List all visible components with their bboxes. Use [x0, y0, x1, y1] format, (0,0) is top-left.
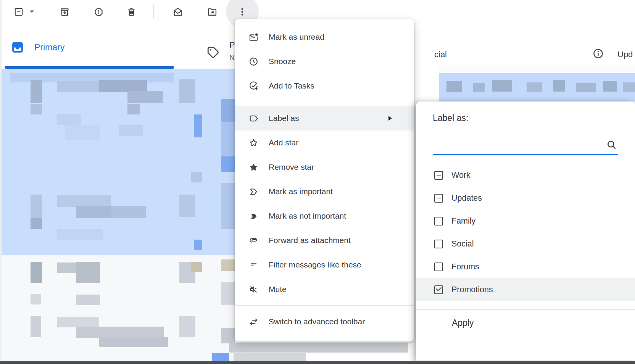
top-right-partial-text: Upd [617, 50, 633, 60]
checkbox-social[interactable] [434, 240, 443, 248]
attachment-icon [248, 235, 259, 246]
checkbox-forums[interactable] [434, 263, 443, 271]
tab-promotions-partial-subtext: N [229, 53, 234, 62]
blurred-footer-region [212, 341, 418, 362]
window-bottom-edge [0, 361, 635, 364]
menu-item-forward-as-attachment[interactable]: Forward as attachment [235, 228, 414, 253]
toolbar-divider [153, 5, 154, 19]
menu-item-label: Snooze [269, 57, 296, 66]
menu-divider [235, 102, 414, 102]
menu-item-label: Mute [269, 285, 287, 294]
label-name: Promotions [451, 285, 493, 295]
label-row-family[interactable]: Family [416, 209, 635, 232]
menu-item-snooze[interactable]: Snooze [235, 49, 414, 74]
label-name: Updates [451, 193, 482, 203]
label-name: Social [451, 239, 474, 249]
menu-item-remove-star[interactable]: Remove star [235, 155, 414, 179]
important-outline-icon [248, 187, 259, 197]
label-as-panel: Label as: Work Updates Family [416, 101, 635, 361]
important-filled-icon [248, 211, 259, 221]
label-list: Work Updates Family Social Forums Promot… [416, 164, 635, 301]
row-gap [439, 65, 635, 73]
tab-primary-label: Primary [34, 42, 64, 53]
menu-item-mark-as-important[interactable]: Mark as important [235, 179, 414, 204]
menu-item-mark-as-not-important[interactable]: Mark as not important [235, 204, 414, 228]
move-to-button[interactable] [204, 3, 221, 20]
add-to-tasks-icon [248, 81, 259, 91]
label-row-work[interactable]: Work [416, 164, 635, 187]
mark-as-read-icon [172, 6, 183, 17]
tab-social-partial-label[interactable]: cial [434, 50, 447, 60]
checkbox-family[interactable] [434, 217, 443, 225]
checkbox-updates[interactable] [434, 194, 443, 203]
more-options-icon [237, 7, 247, 17]
menu-item-filter-messages[interactable]: Filter messages like these [235, 253, 414, 277]
tab-primary-underline [5, 66, 174, 69]
email-list-blurred[interactable] [2, 69, 235, 362]
info-icon [592, 48, 604, 60]
archive-icon [60, 7, 70, 17]
label-as-panel-title: Label as: [416, 101, 635, 123]
label-row-social[interactable]: Social [416, 232, 635, 255]
menu-item-mute[interactable]: Mute [235, 277, 414, 301]
more-options-menu: Mark as unread Snooze Add to Tasks Label… [235, 19, 414, 341]
menu-item-label: Filter messages like these [269, 260, 361, 269]
label-row-updates[interactable]: Updates [416, 187, 635, 209]
archive-button[interactable] [56, 3, 73, 20]
more-options-button[interactable] [234, 3, 251, 20]
info-button[interactable] [592, 48, 604, 60]
gmail-window: Primary P N cial Upd Mark as unread [0, 0, 635, 364]
mark-unread-icon [248, 32, 259, 42]
select-dropdown-button[interactable] [26, 3, 37, 20]
mute-icon [248, 284, 259, 295]
delete-button[interactable] [123, 3, 140, 20]
menu-item-label: Forward as attachment [269, 236, 351, 245]
email-row-blurred-right[interactable] [439, 65, 635, 101]
tab-promotions[interactable] [206, 45, 220, 59]
apply-button[interactable]: Apply [416, 310, 635, 336]
menu-item-switch-to-advanced-toolbar[interactable]: Switch to advanced toolbar [235, 309, 414, 334]
select-dropdown-caret-icon [29, 10, 35, 14]
move-to-icon [207, 6, 218, 17]
select-all-checkbox[interactable] [10, 3, 27, 20]
tab-promotions-partial-text: P [229, 40, 235, 50]
menu-item-label: Label as [269, 114, 299, 123]
submenu-arrow-icon [388, 116, 392, 121]
menu-item-label: Mark as unread [269, 32, 324, 42]
mark-as-read-button[interactable] [169, 3, 186, 20]
primary-inbox-icon [11, 41, 24, 53]
label-icon [248, 113, 259, 124]
search-icon[interactable] [606, 139, 617, 151]
menu-item-label-as[interactable]: Label as [235, 106, 414, 130]
menu-item-add-star[interactable]: Add star [235, 130, 414, 155]
menu-divider [235, 305, 414, 306]
delete-icon [126, 7, 137, 17]
star-filled-icon [248, 162, 259, 172]
menu-item-label: Remove star [269, 163, 314, 172]
menu-item-add-to-tasks[interactable]: Add to Tasks [235, 74, 414, 98]
checkbox-promotions[interactable] [434, 285, 443, 294]
menu-item-label: Add to Tasks [269, 81, 314, 90]
label-search-input[interactable] [433, 130, 620, 152]
window-left-edge [0, 0, 2, 364]
label-row-promotions[interactable]: Promotions [416, 278, 635, 301]
checkbox-work[interactable] [434, 171, 443, 180]
search-underline [433, 154, 618, 155]
snooze-clock-icon [248, 56, 259, 67]
menu-item-label: Add star [269, 138, 298, 147]
filter-icon [248, 260, 259, 270]
menu-item-mark-as-unread[interactable]: Mark as unread [235, 25, 414, 49]
menu-item-label: Mark as important [269, 187, 333, 196]
report-spam-button[interactable] [90, 3, 107, 20]
switch-arrows-icon [248, 317, 259, 327]
report-spam-icon [93, 7, 104, 17]
menu-item-label: Switch to advanced toolbar [269, 317, 365, 326]
label-row-forums[interactable]: Forums [416, 255, 635, 278]
tab-primary[interactable]: Primary [11, 41, 64, 53]
select-checkbox-icon [14, 7, 24, 17]
label-search [433, 123, 618, 155]
menu-item-label: Mark as not important [269, 211, 346, 221]
label-name: Forums [451, 262, 479, 272]
star-outline-icon [248, 138, 259, 148]
label-name: Work [451, 171, 471, 180]
